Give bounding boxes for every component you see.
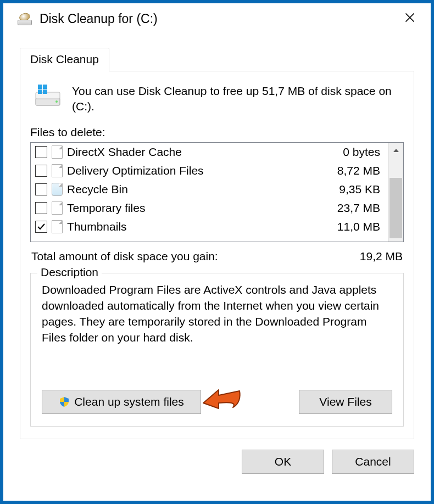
- shield-icon: [59, 396, 70, 407]
- checkbox[interactable]: [35, 165, 47, 177]
- tab-disk-cleanup[interactable]: Disk Cleanup: [20, 48, 109, 71]
- scroll-up-button[interactable]: [388, 143, 403, 158]
- file-name: Temporary files: [67, 201, 323, 215]
- view-files-label: View Files: [319, 395, 371, 408]
- files-to-delete-label: Files to delete:: [30, 126, 404, 139]
- scrollbar[interactable]: [388, 143, 403, 242]
- file-icon: [52, 220, 63, 233]
- ok-button[interactable]: OK: [242, 450, 324, 474]
- description-group: Description Downloaded Program Files are…: [30, 273, 404, 427]
- file-list: DirectX Shader Cache0 bytesDelivery Opti…: [30, 142, 404, 242]
- file-icon: [52, 201, 63, 215]
- file-name: Thumbnails: [67, 220, 323, 233]
- file-size: 9,35 KB: [323, 183, 383, 196]
- drive-windows-icon: [34, 83, 62, 108]
- tab-panel: You can use Disk Cleanup to free up 51,7…: [20, 71, 414, 439]
- file-row[interactable]: Recycle Bin9,35 KB: [31, 180, 388, 199]
- checkbox[interactable]: [35, 183, 47, 195]
- file-size: 8,72 MB: [323, 164, 383, 177]
- ok-label: OK: [275, 455, 291, 468]
- file-row[interactable]: Temporary files23,7 MB: [31, 199, 388, 217]
- svg-rect-4: [43, 85, 47, 89]
- total-row: Total amount of disk space you gain: 19,…: [31, 250, 403, 263]
- checkbox[interactable]: [35, 146, 47, 158]
- disk-cleanup-dialog: Disk Cleanup for (C:) Disk Cleanup: [3, 3, 431, 474]
- file-icon: [52, 145, 63, 159]
- svg-rect-5: [38, 89, 42, 94]
- svg-point-2: [55, 100, 58, 103]
- title-bar: Disk Cleanup for (C:): [3, 3, 431, 32]
- file-icon: [52, 164, 63, 177]
- clean-system-files-button[interactable]: Clean up system files: [42, 390, 201, 414]
- view-files-button[interactable]: View Files: [299, 390, 392, 414]
- total-label: Total amount of disk space you gain:: [31, 250, 218, 263]
- description-label: Description: [37, 266, 102, 279]
- svg-rect-6: [43, 89, 47, 94]
- file-row[interactable]: DirectX Shader Cache0 bytes: [31, 143, 388, 161]
- scroll-track[interactable]: [388, 158, 403, 226]
- recycle-bin-icon: [52, 183, 63, 196]
- file-name: Recycle Bin: [67, 183, 323, 196]
- clean-system-files-label: Clean up system files: [74, 395, 184, 408]
- dialog-button-row: OK Cancel: [3, 440, 431, 474]
- file-size: 0 bytes: [323, 145, 383, 159]
- scroll-thumb[interactable]: [390, 178, 402, 238]
- checkbox[interactable]: [35, 202, 47, 214]
- intro-text: You can use Disk Cleanup to free up 51,7…: [72, 83, 400, 115]
- tab-strip: Disk Cleanup: [3, 48, 431, 71]
- file-size: 11,0 MB: [323, 220, 383, 233]
- drive-icon: [18, 13, 33, 25]
- file-row[interactable]: Thumbnails11,0 MB: [31, 217, 388, 236]
- svg-rect-3: [38, 85, 42, 89]
- window-title: Disk Cleanup for (C:): [40, 12, 399, 26]
- checkbox[interactable]: [35, 221, 47, 233]
- file-name: Delivery Optimization Files: [67, 164, 323, 177]
- description-text: Downloaded Program Files are ActiveX con…: [42, 282, 392, 346]
- file-size: 23,7 MB: [323, 201, 383, 215]
- intro-row: You can use Disk Cleanup to free up 51,7…: [30, 81, 404, 117]
- dialog-frame: Disk Cleanup for (C:) Disk Cleanup: [0, 0, 434, 504]
- file-row[interactable]: Delivery Optimization Files8,72 MB: [31, 161, 388, 180]
- cancel-label: Cancel: [355, 455, 391, 468]
- file-name: DirectX Shader Cache: [67, 145, 323, 159]
- cancel-button[interactable]: Cancel: [332, 450, 414, 474]
- close-button[interactable]: [399, 9, 421, 29]
- total-value: 19,2 MB: [360, 250, 403, 263]
